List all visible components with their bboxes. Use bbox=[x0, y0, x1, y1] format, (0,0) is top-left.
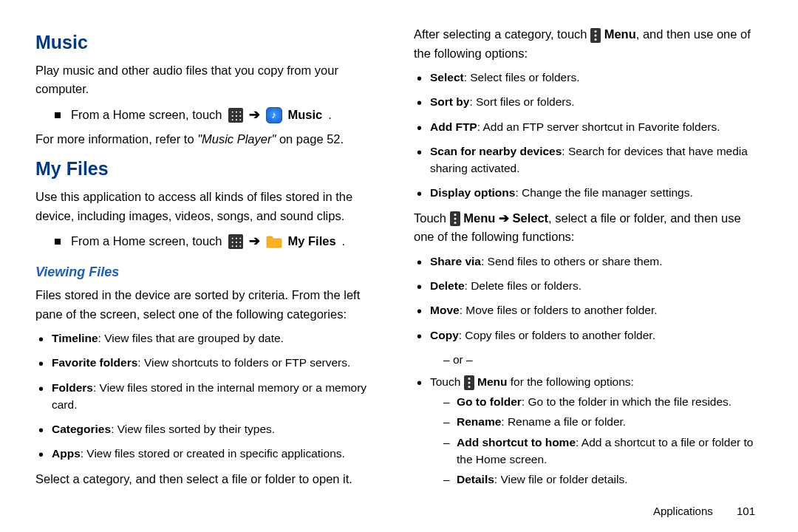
opts3-pre: Touch bbox=[430, 375, 464, 388]
list-item: Timeline: View files that are grouped by… bbox=[35, 330, 384, 347]
options-list-1: Select: Select files or folders. Sort by… bbox=[414, 69, 763, 202]
options-list-3: Touch Menu for the following options: Go… bbox=[414, 373, 763, 488]
item-rest: : Select files or folders. bbox=[464, 71, 580, 83]
viewing-intro: Files stored in the device are sorted by… bbox=[35, 286, 384, 324]
item-rest: : View files stored or created in specif… bbox=[81, 447, 345, 460]
music-nav-prefix: From a Home screen, touch bbox=[71, 106, 222, 125]
item-bold: Apps bbox=[52, 447, 81, 460]
ref-link: "Music Player" bbox=[197, 132, 276, 146]
list-item: Touch Menu for the following options: Go… bbox=[414, 373, 763, 488]
item-rest: : Sort files or folders. bbox=[469, 95, 574, 108]
right-column: After selecting a category, touch Menu, … bbox=[414, 22, 763, 495]
list-item: Delete: Delete files or folders. bbox=[414, 277, 763, 294]
apps-grid-icon bbox=[228, 108, 243, 123]
after-select-text: After selecting a category, touch Menu, … bbox=[414, 25, 763, 63]
list-item: Go to folder: Go to the folder in which … bbox=[443, 393, 763, 410]
list-item: Sort by: Sort files or folders. bbox=[414, 93, 763, 110]
item-bold: Add FTP bbox=[430, 120, 477, 133]
music-app-icon bbox=[266, 107, 282, 123]
music-nav-label: Music bbox=[288, 106, 323, 125]
item-bold: Timeline bbox=[52, 332, 98, 344]
footer-section: Applications bbox=[653, 505, 713, 517]
music-ref: For more information, refer to "Music Pl… bbox=[35, 130, 384, 149]
menu-dots-icon bbox=[464, 375, 474, 390]
list-item: Apps: View files stored or created in sp… bbox=[35, 445, 384, 462]
period: . bbox=[342, 232, 346, 251]
item-bold: Share via bbox=[430, 255, 481, 267]
period: . bbox=[328, 106, 332, 125]
viewing-heading: Viewing Files bbox=[35, 262, 384, 283]
left-column: Music Play music and other audio files t… bbox=[35, 22, 384, 495]
music-heading: Music bbox=[35, 28, 384, 57]
list-item: Favorite folders: View shortcuts to fold… bbox=[35, 354, 384, 371]
item-bold: Go to folder bbox=[457, 395, 522, 408]
square-bullet bbox=[55, 112, 61, 118]
after-pre: After selecting a category, touch bbox=[414, 27, 590, 41]
item-bold: Copy bbox=[430, 329, 459, 341]
item-rest: : View file or folder details. bbox=[494, 473, 628, 485]
item-bold: Rename bbox=[457, 415, 501, 428]
myfiles-nav-label: My Files bbox=[288, 232, 336, 251]
square-bullet bbox=[55, 239, 61, 245]
item-bold: Move bbox=[430, 304, 460, 316]
list-item: Copy: Copy files or folders to another f… bbox=[414, 327, 763, 344]
options-list-2: Share via: Send files to others or share… bbox=[414, 253, 763, 344]
myfiles-intro: Use this application to access all kinds… bbox=[35, 188, 384, 225]
item-rest: : View files sorted by their types. bbox=[111, 423, 275, 435]
item-bold: Categories bbox=[52, 423, 111, 435]
item-rest: : Move files or folders to another folde… bbox=[460, 304, 658, 316]
ref-post: on page 52. bbox=[276, 132, 344, 146]
myfiles-nav-prefix: From a Home screen, touch bbox=[71, 232, 222, 251]
touch-pre: Touch bbox=[414, 211, 450, 225]
item-bold: Display options bbox=[430, 186, 515, 199]
folder-icon bbox=[266, 235, 282, 248]
item-bold: Delete bbox=[430, 279, 465, 292]
list-item: Scan for nearby devices: Search for devi… bbox=[414, 143, 763, 177]
item-bold: Favorite folders bbox=[52, 356, 137, 369]
opts3-label: Menu bbox=[477, 375, 507, 388]
item-bold: Select bbox=[430, 71, 464, 83]
list-item: Add FTP: Add an FTP server shortcut in F… bbox=[414, 118, 763, 135]
item-rest: : View files that are grouped by date. bbox=[98, 332, 284, 344]
list-item: Move: Move files or folders to another f… bbox=[414, 301, 763, 318]
or-separator: – or – bbox=[443, 351, 763, 369]
item-bold: Add shortcut to home bbox=[457, 436, 576, 449]
arrow-icon: ➔ bbox=[249, 231, 260, 252]
touch-mid: Menu ➔ Select bbox=[463, 211, 548, 225]
touch-menu-select: Touch Menu ➔ Select, select a file or fo… bbox=[414, 209, 763, 247]
ref-pre: For more information, refer to bbox=[35, 132, 197, 146]
list-item: Display options: Change the file manager… bbox=[414, 184, 763, 201]
apps-grid-icon bbox=[228, 234, 243, 249]
menu-dots-icon bbox=[450, 211, 460, 226]
item-rest: : Send files to others or share them. bbox=[481, 255, 663, 267]
myfiles-heading: My Files bbox=[35, 154, 384, 183]
menu-dots-icon bbox=[590, 28, 601, 43]
list-item: Share via: Send files to others or share… bbox=[414, 253, 763, 270]
page-footer: Applications 101 bbox=[653, 505, 755, 517]
item-bold: Sort by bbox=[430, 95, 469, 108]
item-rest: : Change the file manager settings. bbox=[515, 186, 692, 199]
list-item: Categories: View files sorted by their t… bbox=[35, 420, 384, 437]
item-bold: Folders bbox=[52, 381, 93, 394]
item-rest: : Add an FTP server shortcut in Favorite… bbox=[477, 120, 720, 133]
list-item: Add shortcut to home: Add a shortcut to … bbox=[443, 434, 763, 468]
viewing-list: Timeline: View files that are grouped by… bbox=[35, 330, 384, 463]
item-rest: : View shortcuts to folders or FTP serve… bbox=[137, 356, 350, 369]
viewing-outro: Select a category, and then select a fil… bbox=[35, 470, 384, 489]
list-item: Folders: View files stored in the intern… bbox=[35, 379, 384, 414]
item-rest: : View files stored in the internal memo… bbox=[52, 381, 366, 411]
menu-label: Menu bbox=[604, 27, 636, 41]
list-item: Select: Select files or folders. bbox=[414, 69, 763, 86]
arrow-icon: ➔ bbox=[249, 105, 260, 126]
list-item: Rename: Rename a file or folder. bbox=[443, 413, 763, 430]
item-rest: : Delete files or folders. bbox=[465, 279, 582, 292]
myfiles-nav-row: From a Home screen, touch ➔ My Files. bbox=[55, 231, 384, 252]
music-nav-row: From a Home screen, touch ➔ Music. bbox=[55, 105, 384, 126]
item-rest: : Go to the folder in which the file res… bbox=[522, 395, 732, 408]
music-intro: Play music and other audio files that yo… bbox=[35, 61, 384, 99]
item-rest: : Copy files or folders to another folde… bbox=[459, 329, 655, 341]
sub-list: Go to folder: Go to the folder in which … bbox=[443, 393, 763, 488]
list-item: Details: View file or folder details. bbox=[443, 471, 763, 488]
footer-page-number: 101 bbox=[737, 505, 755, 517]
item-bold: Details bbox=[457, 473, 494, 485]
